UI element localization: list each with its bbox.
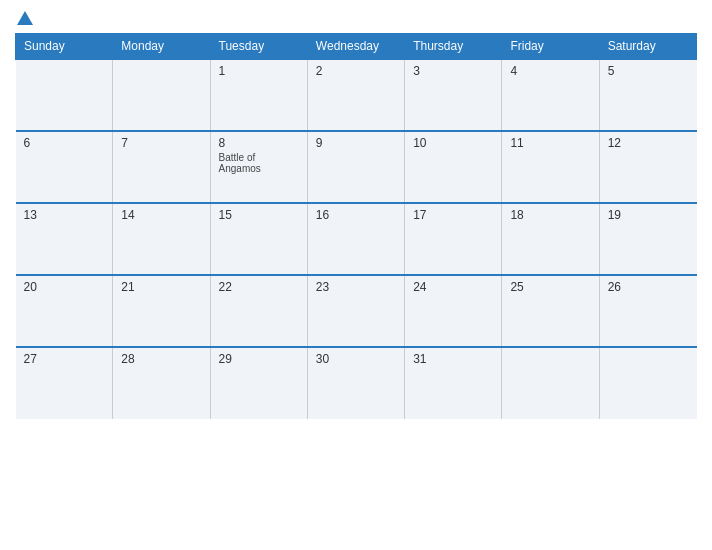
logo-text — [15, 10, 33, 25]
day-number: 27 — [24, 352, 105, 366]
day-number: 4 — [510, 64, 590, 78]
calendar-day-cell: 13 — [16, 203, 113, 275]
day-number: 16 — [316, 208, 396, 222]
calendar-week-row: 678Battle of Angamos9101112 — [16, 131, 697, 203]
day-number: 30 — [316, 352, 396, 366]
calendar-day-cell: 26 — [599, 275, 696, 347]
calendar-day-cell: 25 — [502, 275, 599, 347]
weekday-header: Thursday — [405, 33, 502, 59]
calendar-day-cell: 20 — [16, 275, 113, 347]
calendar-day-cell: 4 — [502, 59, 599, 131]
weekday-header: Saturday — [599, 33, 696, 59]
day-number: 19 — [608, 208, 689, 222]
day-number: 9 — [316, 136, 396, 150]
day-number: 7 — [121, 136, 201, 150]
calendar-day-cell — [16, 59, 113, 131]
calendar-day-cell — [502, 347, 599, 419]
calendar-day-cell: 24 — [405, 275, 502, 347]
day-number: 31 — [413, 352, 493, 366]
calendar-day-cell: 3 — [405, 59, 502, 131]
calendar-week-row: 2728293031 — [16, 347, 697, 419]
logo-general-text — [15, 10, 33, 25]
logo — [15, 10, 33, 25]
day-number: 3 — [413, 64, 493, 78]
calendar-day-cell: 11 — [502, 131, 599, 203]
day-number: 11 — [510, 136, 590, 150]
calendar-day-cell: 28 — [113, 347, 210, 419]
day-number: 18 — [510, 208, 590, 222]
calendar-day-cell — [113, 59, 210, 131]
calendar-table: SundayMondayTuesdayWednesdayThursdayFrid… — [15, 33, 697, 419]
day-number: 22 — [219, 280, 299, 294]
day-number: 15 — [219, 208, 299, 222]
day-number: 8 — [219, 136, 299, 150]
weekday-header: Sunday — [16, 33, 113, 59]
day-number: 17 — [413, 208, 493, 222]
calendar-day-cell: 10 — [405, 131, 502, 203]
calendar-day-cell: 27 — [16, 347, 113, 419]
day-number: 25 — [510, 280, 590, 294]
day-number: 24 — [413, 280, 493, 294]
calendar-day-cell: 23 — [307, 275, 404, 347]
calendar-day-cell: 2 — [307, 59, 404, 131]
calendar-day-cell: 1 — [210, 59, 307, 131]
day-number: 29 — [219, 352, 299, 366]
calendar-day-cell: 18 — [502, 203, 599, 275]
calendar-week-row: 20212223242526 — [16, 275, 697, 347]
weekday-header: Friday — [502, 33, 599, 59]
calendar-day-cell: 21 — [113, 275, 210, 347]
calendar-header — [15, 10, 697, 25]
calendar-day-cell: 19 — [599, 203, 696, 275]
day-number: 13 — [24, 208, 105, 222]
calendar-day-cell: 6 — [16, 131, 113, 203]
weekday-header: Tuesday — [210, 33, 307, 59]
calendar-day-cell: 29 — [210, 347, 307, 419]
day-number: 10 — [413, 136, 493, 150]
calendar-day-cell: 16 — [307, 203, 404, 275]
calendar-day-cell: 30 — [307, 347, 404, 419]
calendar-body: 12345678Battle of Angamos910111213141516… — [16, 59, 697, 419]
calendar-day-cell: 9 — [307, 131, 404, 203]
calendar-day-cell: 22 — [210, 275, 307, 347]
calendar-day-cell — [599, 347, 696, 419]
day-number: 28 — [121, 352, 201, 366]
calendar-day-cell: 7 — [113, 131, 210, 203]
weekday-header: Monday — [113, 33, 210, 59]
day-number: 26 — [608, 280, 689, 294]
calendar-day-cell: 14 — [113, 203, 210, 275]
calendar-day-cell: 31 — [405, 347, 502, 419]
day-number: 12 — [608, 136, 689, 150]
logo-triangle-icon — [17, 11, 33, 25]
calendar-header-row: SundayMondayTuesdayWednesdayThursdayFrid… — [16, 33, 697, 59]
calendar-day-cell: 17 — [405, 203, 502, 275]
event-label: Battle of Angamos — [219, 152, 299, 174]
day-number: 20 — [24, 280, 105, 294]
calendar-week-row: 13141516171819 — [16, 203, 697, 275]
day-number: 6 — [24, 136, 105, 150]
calendar-container: SundayMondayTuesdayWednesdayThursdayFrid… — [0, 0, 712, 550]
day-number: 14 — [121, 208, 201, 222]
day-number: 1 — [219, 64, 299, 78]
day-number: 21 — [121, 280, 201, 294]
calendar-day-cell: 12 — [599, 131, 696, 203]
weekday-row: SundayMondayTuesdayWednesdayThursdayFrid… — [16, 33, 697, 59]
calendar-day-cell: 5 — [599, 59, 696, 131]
calendar-week-row: 12345 — [16, 59, 697, 131]
calendar-day-cell: 8Battle of Angamos — [210, 131, 307, 203]
weekday-header: Wednesday — [307, 33, 404, 59]
calendar-day-cell: 15 — [210, 203, 307, 275]
day-number: 23 — [316, 280, 396, 294]
day-number: 5 — [608, 64, 689, 78]
day-number: 2 — [316, 64, 396, 78]
